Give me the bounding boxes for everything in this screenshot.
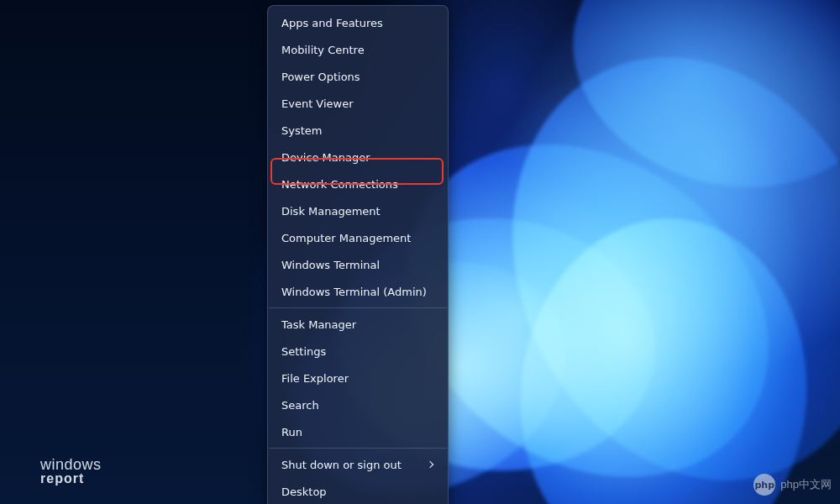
menu-item-label: Shut down or sign out [281, 459, 402, 471]
menu-item-desktop[interactable]: Desktop [268, 478, 448, 504]
menu-separator [269, 307, 447, 308]
menu-item-power-options[interactable]: Power Options [268, 63, 448, 90]
menu-item-settings[interactable]: Settings [268, 338, 448, 365]
watermark-line-1: windows [40, 457, 102, 472]
menu-item-windows-terminal-admin[interactable]: Windows Terminal (Admin) [268, 278, 448, 305]
menu-item-label: Desktop [281, 486, 327, 498]
menu-item-task-manager[interactable]: Task Manager [268, 311, 448, 338]
menu-item-label: System [281, 124, 322, 137]
menu-item-system[interactable]: System [268, 117, 448, 144]
menu-item-label: Run [281, 426, 302, 438]
menu-item-apps-features[interactable]: Apps and Features [268, 9, 448, 36]
menu-item-label: Event Viewer [281, 97, 354, 110]
menu-item-label: Windows Terminal (Admin) [281, 286, 427, 298]
menu-item-windows-terminal[interactable]: Windows Terminal [268, 251, 448, 278]
menu-item-label: Power Options [281, 71, 360, 83]
watermark-text: php中文网 [780, 477, 832, 492]
menu-separator [269, 448, 447, 449]
watermark-logo-icon: php [753, 474, 775, 496]
menu-item-run[interactable]: Run [268, 418, 448, 445]
menu-item-mobility-centre[interactable]: Mobility Centre [268, 36, 448, 63]
menu-item-label: Task Manager [281, 318, 356, 331]
menu-item-label: Apps and Features [281, 17, 383, 29]
menu-item-device-manager[interactable]: Device Manager [268, 144, 448, 171]
desktop-background: Apps and FeaturesMobility CentrePower Op… [0, 0, 840, 504]
chevron-right-icon [427, 461, 433, 468]
menu-item-disk-management[interactable]: Disk Management [268, 197, 448, 224]
menu-item-computer-management[interactable]: Computer Management [268, 224, 448, 251]
menu-item-network-connections[interactable]: Network Connections [268, 171, 448, 197]
menu-item-event-viewer[interactable]: Event Viewer [268, 90, 448, 117]
menu-item-label: Windows Terminal [281, 259, 380, 271]
menu-item-label: Network Connections [281, 178, 398, 191]
menu-item-file-explorer[interactable]: File Explorer [268, 365, 448, 391]
watermark-line-2: report [40, 472, 102, 486]
menu-item-label: File Explorer [281, 372, 349, 385]
menu-item-label: Mobility Centre [281, 44, 365, 56]
watermark-windows-report: windows report [40, 457, 102, 486]
winx-context-menu[interactable]: Apps and FeaturesMobility CentrePower Op… [267, 5, 449, 504]
menu-item-label: Settings [281, 345, 326, 358]
menu-item-label: Device Manager [281, 151, 370, 164]
watermark-php: php php中文网 [753, 474, 832, 496]
menu-item-label: Computer Management [281, 232, 411, 244]
menu-item-shut-down[interactable]: Shut down or sign out [268, 451, 448, 478]
menu-item-label: Search [281, 399, 319, 412]
menu-item-search[interactable]: Search [268, 391, 448, 418]
menu-item-label: Disk Management [281, 205, 381, 218]
